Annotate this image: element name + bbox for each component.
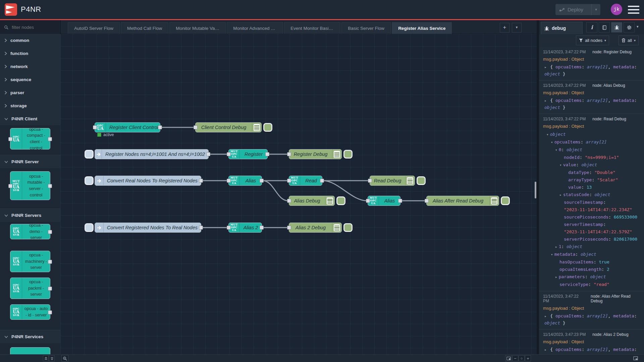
inject-button[interactable] [85,150,94,159]
input-port[interactable] [227,179,231,183]
input-port[interactable] [287,179,291,183]
output-port[interactable] [48,287,52,291]
palette-category-parser[interactable]: parser [0,86,60,100]
debug-filter-button[interactable]: all nodes ▾ [576,36,609,45]
canvas-vertical-scrollbar[interactable] [535,182,536,198]
palette-category-common[interactable]: common [0,34,60,47]
output-port[interactable] [48,260,52,264]
tree-caret-icon[interactable]: ▸ [544,348,549,352]
palette-node-opcua-compact-client-control[interactable]: OPC UA opcua - compact - client - contro… [10,128,50,149]
input-port[interactable] [287,226,291,230]
info-tab-button[interactable]: i [586,22,597,33]
tree-caret-icon[interactable]: ▾ [551,252,553,257]
node-inject-convert-registered-nodes[interactable]: Convert Registered Nodes To Real Nodes [95,223,201,233]
tree-caret-icon[interactable]: ▾ [559,163,562,167]
input-port[interactable] [194,125,198,129]
wire[interactable] [263,181,288,201]
palette-category-p4nr-client[interactable]: P4NR Client [0,112,60,126]
node-alias-2-debug[interactable]: Alias 2 Debug [289,223,342,233]
expand-all-icon[interactable] [49,355,55,361]
output-port[interactable] [320,179,324,183]
node-read-debug[interactable]: Read Debug [370,176,415,186]
node-alias-2nd[interactable]: MUT OPC UA Alias [368,196,400,206]
input-port[interactable] [8,137,12,141]
palette-node-opcua-demo-server[interactable]: OPC UA SVR opcua - demo - server [10,224,50,239]
tab-method-call-flow[interactable]: Method Call Flow [121,22,168,34]
palette-filter-input[interactable] [11,24,53,30]
palette-category-p4nr-server[interactable]: P4NR Server [0,155,60,169]
input-port[interactable] [227,152,231,156]
tree-caret-icon[interactable]: ▸ [555,275,557,279]
input-port[interactable] [425,199,429,203]
palette-node-opcua-packml-server[interactable]: OPC UA SVR opcua - packml - server [10,278,50,299]
tree-caret-icon[interactable]: ▸ [544,65,549,69]
zoom-search-icon[interactable] [61,355,68,362]
node-alias-2[interactable]: MUT OPC UA Alias 2 [228,223,262,233]
debug-entry-list[interactable]: 11/14/2023, 3:47:22 PMnode: Register Deb… [539,47,644,354]
tab-monitor-mutable-variables[interactable]: Monitor Mutable Variables [169,22,226,34]
menu-icon[interactable] [628,6,639,14]
output-port[interactable] [260,179,264,183]
collapse-all-icon[interactable] [43,355,49,361]
zoom-in-icon[interactable]: + [525,355,531,361]
output-port[interactable] [48,137,52,141]
tree-caret-icon[interactable]: ▸ [544,314,549,318]
tree-caret-icon[interactable]: ▾ [546,132,549,137]
debug-toggle-button[interactable] [417,176,426,185]
tab-autoid-server-flow[interactable]: AutoID Server Flow [68,22,120,34]
node-register-debug[interactable]: Register Debug [289,149,342,159]
output-port[interactable] [158,125,162,129]
tree-caret-icon[interactable]: ▸ [559,193,562,197]
inject-button[interactable] [85,176,94,185]
debug-toggle-button[interactable] [336,196,345,205]
debug-toggle-button[interactable] [263,123,272,132]
input-port[interactable] [287,152,291,156]
sidebar-resize-handle[interactable] [537,20,539,354]
tree-caret-icon[interactable]: ▸ [544,99,549,103]
node-alias-after-read-debug[interactable]: Alias After Read Debug [426,196,499,206]
input-port[interactable] [8,184,12,188]
debug-toggle-button[interactable] [501,196,510,205]
tab-event-monitor-basic-flow[interactable]: Event Monitor Basic Flow [284,22,340,34]
flow-list-caret-icon[interactable]: ▾ [512,23,522,33]
tree-caret-icon[interactable]: ▸ [555,245,557,249]
output-port[interactable] [260,226,264,230]
tab-monitor-advanced-flow[interactable]: Monitor Advanced Flow [227,22,283,34]
debug-toggle-button[interactable] [343,223,353,232]
tab-basic-server-flow[interactable]: Basic Server Flow [341,22,391,34]
tree-caret-icon[interactable]: ▾ [551,140,553,144]
node-client-control-debug[interactable]: Client Control Debug [195,122,262,132]
help-tab-button[interactable] [599,22,610,33]
palette-category-network[interactable]: network [0,60,60,73]
output-port[interactable] [206,152,210,156]
output-port[interactable] [199,179,203,183]
output-port[interactable] [48,310,52,314]
output-port[interactable] [48,230,52,234]
add-flow-button[interactable]: + [500,23,509,33]
zoom-out-icon[interactable]: − [512,355,518,361]
config-tab-button[interactable] [624,22,635,33]
input-port[interactable] [93,125,97,129]
output-port[interactable] [265,152,269,156]
inject-button[interactable] [85,223,94,232]
navigator-icon[interactable] [505,355,512,361]
palette-category-p4nr-services[interactable]: P4NR Services [0,330,60,344]
node-inject-register-nodes[interactable]: Register Nodes ns=4;i=1001 And ns=4;i=10… [95,149,209,159]
output-port[interactable] [48,184,52,188]
palette-node-opcua-machinery-server[interactable]: OPC UA SVR opcua - machinery - server [10,251,50,272]
open-window-icon[interactable] [632,355,639,361]
input-port[interactable] [227,226,231,230]
zoom-reset-icon[interactable]: ○ [519,355,525,361]
sidebar-options-caret-icon[interactable]: ▾ [637,24,639,29]
tab-debug[interactable]: debug [541,22,583,34]
flow-canvas[interactable]: OPC UA Register Client Control active Cl… [60,34,537,354]
palette-node-opcua-mutable-server-control[interactable]: MUT OPC UA SVR opcua - mutable - server … [10,171,50,200]
palette-category-sequence[interactable]: sequence [0,73,60,86]
palette-category-function[interactable]: function [0,47,60,60]
tree-caret-icon[interactable]: ▾ [555,148,557,152]
input-port[interactable] [366,199,370,203]
user-avatar[interactable]: jk [611,4,622,15]
node-register[interactable]: MUT OPC UA Register [228,149,268,159]
palette-category-p4nr-servers[interactable]: P4NR Servers [0,209,60,222]
palette-node-opcua-auto-id-server[interactable]: OPC UA SVR opcua - auto - id - server [10,304,50,320]
